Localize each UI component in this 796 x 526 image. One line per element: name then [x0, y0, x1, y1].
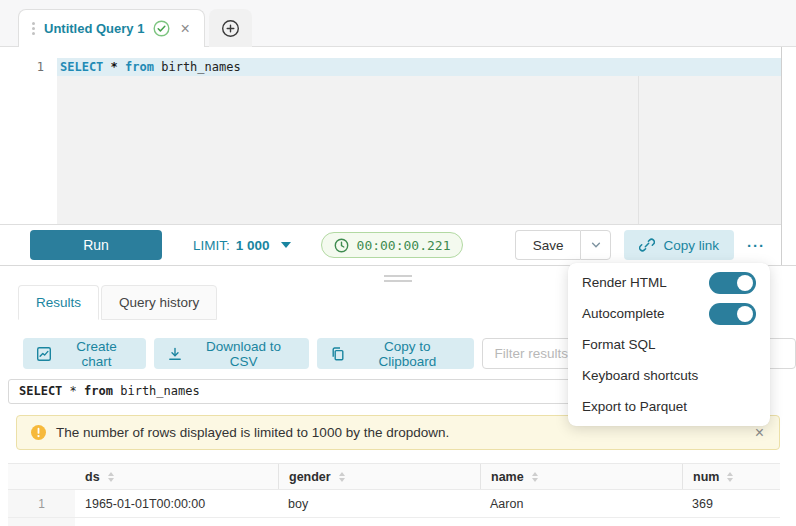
new-query-tab-button[interactable] [209, 9, 252, 47]
menu-item-format-sql[interactable]: Format SQL [568, 329, 770, 360]
timer-value: 00:00:00.221 [357, 238, 451, 253]
copy-link-label: Copy link [663, 238, 719, 253]
autocomplete-toggle[interactable] [709, 303, 756, 325]
tab-close-icon[interactable]: × [179, 21, 190, 37]
table-row[interactable]: 1 1965-01-01T00:00:00 boy Aaron 369 [8, 490, 780, 518]
query-tab-bar: Untitled Query 1 × [0, 0, 796, 47]
run-button[interactable]: Run [30, 230, 162, 260]
banner-close-icon[interactable]: × [755, 425, 766, 441]
sql-statement: SELECT * from birth_names [57, 58, 241, 76]
sql-code-editor[interactable]: 1 SELECT * from birth_names [0, 47, 781, 224]
table-header-row: ds gender name num [8, 463, 780, 490]
limit-label: LIMIT: [193, 238, 230, 253]
editor-active-line: SELECT * from birth_names [57, 58, 781, 76]
menu-item-autocomplete[interactable]: Autocomplete [568, 298, 770, 329]
column-header-gender[interactable]: gender [278, 464, 480, 489]
drag-handle-icon[interactable] [32, 22, 35, 35]
column-header-num[interactable]: num [682, 464, 780, 489]
create-chart-button[interactable]: Create chart [23, 338, 146, 369]
results-table: ds gender name num 1 1965-01-01T00:00:00… [8, 463, 780, 526]
pane-resize-handle[interactable] [384, 275, 412, 285]
sort-icon[interactable] [339, 472, 345, 482]
editor-print-margin [638, 76, 639, 224]
clock-icon [334, 238, 349, 253]
cell-name: Aaron [480, 490, 682, 517]
limit-value: 1 000 [236, 238, 270, 253]
cell-num: 369 [682, 490, 780, 517]
menu-item-keyboard-shortcuts[interactable]: Keyboard shortcuts [568, 360, 770, 391]
editor-code-area[interactable]: SELECT * from birth_names [57, 47, 781, 224]
column-header-ds[interactable]: ds [75, 464, 278, 489]
tab-results[interactable]: Results [18, 285, 99, 320]
save-button[interactable]: Save [515, 230, 581, 260]
column-header-name[interactable]: name [480, 464, 682, 489]
chevron-down-icon [590, 239, 602, 251]
sql-editor-pane: 1 SELECT * from birth_names Run LIMIT: 1… [0, 47, 782, 265]
copy-icon [330, 346, 346, 362]
editor-gutter: 1 [0, 47, 57, 224]
copy-to-clipboard-button[interactable]: Copy to Clipboard [317, 338, 473, 369]
plus-icon [221, 19, 240, 38]
sort-icon[interactable] [532, 472, 538, 482]
tab-query-history[interactable]: Query history [101, 285, 217, 320]
row-number-header [8, 464, 75, 489]
sort-icon[interactable] [727, 472, 733, 482]
line-number: 1 [37, 58, 44, 76]
download-csv-button[interactable]: Download to CSV [154, 338, 309, 369]
sort-icon[interactable] [108, 472, 114, 482]
more-options-button[interactable]: ··· [740, 237, 772, 254]
save-split-button: Save [515, 230, 612, 260]
tab-label: Untitled Query 1 [44, 21, 144, 36]
menu-item-export-parquet[interactable]: Export to Parquet [568, 391, 770, 422]
more-options-menu: Render HTML Autocomplete Format SQL Keyb… [568, 263, 770, 426]
caret-down-icon [281, 242, 291, 248]
cell-ds: 1965-01-01T00:00:00 [75, 490, 278, 517]
row-number-cell: 1 [8, 490, 75, 517]
save-options-button[interactable] [580, 230, 611, 260]
warning-icon [30, 424, 47, 441]
table-row-partial [8, 518, 780, 526]
link-icon [639, 237, 655, 253]
download-icon [167, 346, 183, 362]
query-timer-badge: 00:00:00.221 [321, 232, 464, 258]
tab-untitled-query-1[interactable]: Untitled Query 1 × [18, 9, 205, 47]
warning-text: The number of rows displayed is limited … [56, 425, 449, 440]
limit-dropdown[interactable]: LIMIT: 1 000 [193, 238, 291, 253]
cell-gender: boy [278, 490, 480, 517]
copy-link-button[interactable]: Copy link [624, 230, 734, 260]
query-saved-check-icon [153, 20, 170, 37]
editor-toolbar: Run LIMIT: 1 000 00:00:00.221 Save Copy … [0, 224, 781, 265]
render-html-toggle[interactable] [709, 272, 756, 294]
chart-icon [36, 346, 52, 362]
menu-item-render-html[interactable]: Render HTML [568, 267, 770, 298]
